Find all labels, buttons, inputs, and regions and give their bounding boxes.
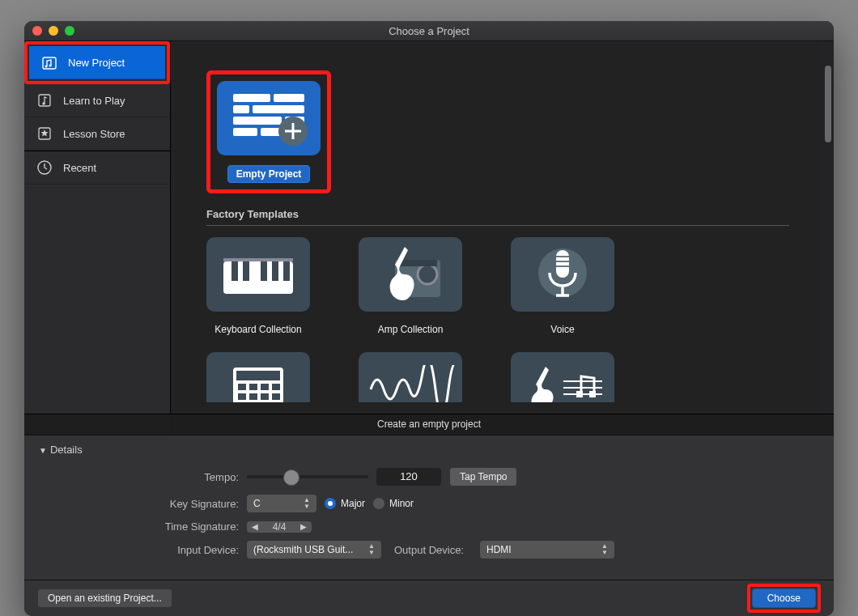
template-hint: Create an empty project xyxy=(24,414,834,435)
template-empty-project[interactable]: Empty Project xyxy=(217,81,321,183)
svg-rect-44 xyxy=(589,391,596,397)
svg-rect-20 xyxy=(272,261,278,281)
time-label: Time Signature: xyxy=(117,520,247,533)
key-select[interactable]: C▲▼ xyxy=(247,495,316,512)
sidebar-item-label: Learn to Play xyxy=(63,95,125,107)
svg-rect-34 xyxy=(238,393,246,400)
key-major-radio[interactable]: Major xyxy=(325,498,365,509)
output-device-select[interactable]: HDMI▲▼ xyxy=(480,541,614,559)
svg-rect-43 xyxy=(576,391,583,397)
key-minor-radio[interactable]: Minor xyxy=(373,498,414,509)
svg-rect-9 xyxy=(233,105,249,113)
details-panel: Details Tempo: 120 Tap Tempo Key Signatu… xyxy=(24,435,834,580)
guitar-notes-icon xyxy=(518,365,607,402)
svg-rect-17 xyxy=(231,261,238,281)
svg-point-1 xyxy=(45,66,48,68)
tempo-label: Tempo: xyxy=(117,471,247,483)
choose-button[interactable]: Choose xyxy=(752,588,816,608)
svg-rect-18 xyxy=(243,261,249,281)
template-keyboard-collection[interactable]: Keyboard Collection xyxy=(206,237,310,338)
tracks-icon xyxy=(228,89,309,147)
svg-rect-0 xyxy=(43,57,56,69)
svg-point-2 xyxy=(49,65,52,67)
template-label: Voice xyxy=(542,321,582,338)
svg-rect-36 xyxy=(261,393,269,400)
template-browser: Empty Project Factory Templates Keyboard… xyxy=(171,41,834,434)
clock-icon xyxy=(36,159,53,176)
svg-rect-22 xyxy=(223,258,293,261)
piano-icon xyxy=(214,245,303,304)
chevron-right-icon[interactable]: ▶ xyxy=(295,522,312,531)
svg-rect-27 xyxy=(556,250,569,278)
template-partial-2[interactable] xyxy=(359,352,462,402)
note-icon xyxy=(36,91,53,109)
slider-knob[interactable] xyxy=(283,469,299,486)
titlebar: Choose a Project xyxy=(24,21,834,41)
zoom-icon[interactable] xyxy=(65,26,74,36)
svg-rect-10 xyxy=(253,105,304,113)
template-amp-collection[interactable]: Amp Collection xyxy=(359,237,462,338)
svg-rect-11 xyxy=(233,117,282,125)
output-device-label: Output Device: xyxy=(394,544,472,556)
scrollbar-thumb[interactable] xyxy=(825,66,831,142)
star-icon xyxy=(36,125,53,142)
section-factory-templates: Factory Templates xyxy=(206,208,789,226)
details-disclosure[interactable]: Details xyxy=(39,444,819,456)
sidebar-item-recent[interactable]: Recent xyxy=(24,151,170,185)
svg-rect-30 xyxy=(238,384,246,390)
key-label: Key Signature: xyxy=(117,498,247,510)
svg-rect-13 xyxy=(233,128,257,136)
sidebar-item-lesson-store[interactable]: Lesson Store xyxy=(24,117,170,151)
music-project-icon xyxy=(40,53,58,71)
project-chooser-window: Choose a Project New Project Learn to Pl… xyxy=(24,21,834,616)
scrollbar[interactable] xyxy=(822,41,834,434)
template-voice[interactable]: Voice xyxy=(511,237,614,338)
radio-on-icon xyxy=(325,498,336,509)
input-device-label: Input Device: xyxy=(117,544,247,556)
time-signature-stepper[interactable]: ◀4/4▶ xyxy=(247,521,312,533)
svg-rect-7 xyxy=(233,94,270,102)
template-partial-3[interactable] xyxy=(511,352,614,402)
window-title: Choose a Project xyxy=(24,25,834,37)
svg-rect-31 xyxy=(249,384,257,390)
drum-machine-icon xyxy=(222,361,295,402)
tap-tempo-button[interactable]: Tap Tempo xyxy=(449,467,517,486)
input-device-select[interactable]: (Rocksmith USB Guit...▲▼ xyxy=(247,541,381,559)
svg-point-24 xyxy=(418,265,437,284)
close-icon[interactable] xyxy=(32,26,42,36)
svg-rect-25 xyxy=(398,260,437,266)
template-label: Amp Collection xyxy=(370,321,452,338)
svg-rect-33 xyxy=(272,384,280,390)
tempo-slider[interactable] xyxy=(247,475,368,478)
sidebar: New Project Learn to Play Lesson Store xyxy=(24,41,171,434)
template-label: Empty Project xyxy=(227,165,311,183)
svg-rect-29 xyxy=(236,371,280,380)
tempo-value[interactable]: 120 xyxy=(376,468,441,486)
sidebar-item-label: New Project xyxy=(68,57,125,69)
waveform-icon xyxy=(366,365,455,402)
template-partial-1[interactable] xyxy=(206,352,310,402)
svg-rect-8 xyxy=(274,94,304,102)
svg-rect-35 xyxy=(249,393,257,400)
sidebar-item-new-project[interactable]: New Project xyxy=(29,46,165,79)
svg-rect-32 xyxy=(261,384,269,390)
chevron-left-icon[interactable]: ◀ xyxy=(247,522,263,531)
microphone-icon xyxy=(522,242,603,307)
svg-rect-37 xyxy=(272,393,280,400)
svg-rect-21 xyxy=(283,261,290,281)
open-existing-button[interactable]: Open an existing Project... xyxy=(37,588,172,608)
footer: Open an existing Project... Choose xyxy=(24,580,834,616)
sidebar-item-learn-to-play[interactable]: Learn to Play xyxy=(24,84,170,117)
minimize-icon[interactable] xyxy=(49,26,58,36)
sidebar-item-label: Recent xyxy=(63,162,96,174)
sidebar-item-label: Lesson Store xyxy=(63,128,125,140)
svg-rect-19 xyxy=(261,261,267,281)
amp-guitar-icon xyxy=(366,242,455,307)
radio-off-icon xyxy=(373,498,384,509)
window-controls xyxy=(32,26,74,36)
svg-point-4 xyxy=(42,102,45,104)
template-label: Keyboard Collection xyxy=(206,321,309,338)
